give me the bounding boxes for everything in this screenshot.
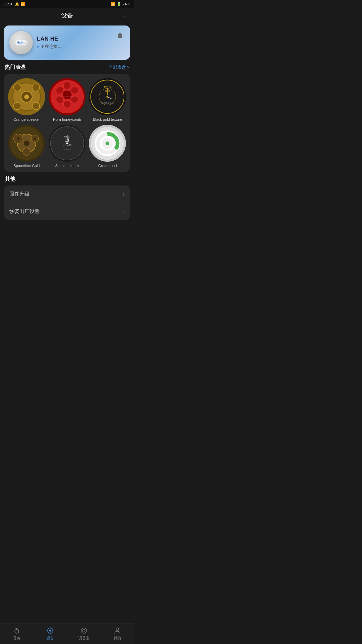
- status-icons: 🔔 📶: [15, 2, 25, 6]
- page-header: 设备 ···: [0, 8, 134, 23]
- battery-percent: 74%: [123, 2, 130, 6]
- watchface-simple-img: MON 11 HORUS STRAPS: [49, 125, 86, 162]
- view-all-faces-link[interactable]: 全部表盘 >: [109, 64, 129, 70]
- svg-point-6: [32, 102, 40, 110]
- svg-point-15: [56, 87, 63, 94]
- svg-text:BLACK GOLD: BLACK GOLD: [102, 102, 113, 104]
- main-content: Hello LAN HE 正在连接... 热门表盘 全部表盘 >: [0, 25, 134, 247]
- device-info: LAN HE 正在连接...: [37, 36, 125, 50]
- svg-point-36: [34, 138, 36, 140]
- other-list: 固件升级 › 恢复出厂设置 ›: [4, 185, 130, 220]
- status-dot: [37, 46, 39, 48]
- device-status: 正在连接...: [37, 44, 125, 50]
- svg-point-3: [14, 84, 21, 91]
- watchfaces-header: 热门表盘 全部表盘 >: [4, 64, 130, 71]
- watchface-spacetime-label: Spacetime Gold: [13, 164, 40, 168]
- status-time: 11:16: [4, 2, 13, 6]
- svg-point-51: [106, 141, 109, 145]
- device-hello-label: Hello: [15, 40, 27, 45]
- device-status-text: 正在连接...: [40, 44, 61, 50]
- svg-point-26: [107, 96, 109, 98]
- svg-text:STRAPS: STRAPS: [63, 148, 71, 150]
- firmware-upgrade-label: 固件升级: [9, 191, 29, 197]
- factory-reset-label: 恢复出厂设置: [9, 208, 40, 215]
- firmware-upgrade-item[interactable]: 固件升级 ›: [4, 185, 130, 203]
- svg-point-14: [56, 96, 63, 103]
- watchface-simple-label: Simple texture: [55, 164, 79, 168]
- device-icon: Hello: [9, 31, 33, 54]
- watchfaces-title: 热门表盘: [5, 64, 26, 71]
- svg-point-45: [66, 142, 68, 144]
- watchface-spacetime-gold[interactable]: Spacetime Gold: [8, 125, 45, 168]
- svg-point-35: [17, 137, 19, 140]
- watchface-orange-img: [8, 78, 45, 115]
- battery-icon: 🔋: [117, 2, 121, 6]
- watchface-blackgold-label: Black gold texture: [93, 117, 122, 121]
- watchface-orange-speaker[interactable]: Orange speaker: [8, 78, 45, 121]
- watchface-orange-label: Orange speaker: [13, 117, 40, 121]
- watchface-horn-honeycomb[interactable]: Horn honeycomb: [49, 78, 86, 121]
- watchface-horn-img: [49, 78, 86, 115]
- watchfaces-grid: Orange speaker: [8, 78, 126, 168]
- other-section-title: 其他: [4, 176, 130, 183]
- status-bar: 11:16 🔔 📶 📶 🔋 74%: [0, 0, 134, 8]
- status-right: 📶 🔋 74%: [111, 2, 130, 6]
- svg-point-11: [71, 87, 78, 94]
- watchface-horn-label: Horn honeycomb: [53, 117, 81, 121]
- device-delete-button[interactable]: [115, 30, 125, 41]
- svg-point-33: [23, 148, 30, 155]
- svg-point-7: [24, 94, 29, 99]
- watchface-green-road[interactable]: Green road: [89, 125, 126, 168]
- svg-point-34: [24, 141, 29, 146]
- watchface-greenroad-label: Green road: [98, 164, 117, 168]
- svg-point-12: [71, 96, 78, 103]
- factory-reset-arrow: ›: [123, 209, 125, 215]
- watchface-black-gold[interactable]: DRS 2024 BLACK GOLD Black gold texture: [89, 78, 126, 121]
- factory-reset-item[interactable]: 恢复出厂设置 ›: [4, 203, 130, 220]
- watchfaces-container: Orange speaker: [4, 74, 130, 172]
- svg-point-5: [14, 102, 21, 110]
- watchfaces-section: 热门表盘 全部表盘 >: [4, 64, 130, 172]
- more-button[interactable]: ···: [121, 12, 129, 19]
- wifi-icon: 📶: [111, 2, 115, 6]
- device-name: LAN HE: [37, 36, 125, 42]
- firmware-upgrade-arrow: ›: [123, 191, 125, 197]
- watchface-blackgold-img: DRS 2024 BLACK GOLD: [89, 78, 126, 115]
- device-card: Hello LAN HE 正在连接...: [4, 25, 130, 60]
- watchface-greenroad-img: [89, 125, 126, 162]
- page-title: 设备: [61, 11, 73, 19]
- status-left: 11:16 🔔 📶: [4, 2, 25, 6]
- svg-point-4: [32, 84, 40, 91]
- other-section: 其他 固件升级 › 恢复出厂设置 ›: [4, 176, 130, 220]
- watchface-simple-texture[interactable]: MON 11 HORUS STRAPS Simple texture: [49, 125, 86, 168]
- watchface-spacetime-img: [8, 125, 45, 162]
